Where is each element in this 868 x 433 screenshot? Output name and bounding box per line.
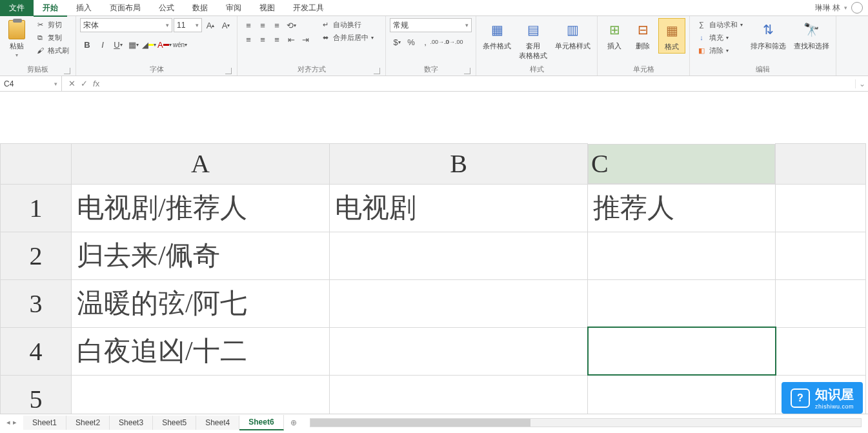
- cell-a3[interactable]: 温暖的弦/阿七: [72, 279, 330, 327]
- align-right-button[interactable]: ≡: [270, 32, 284, 46]
- cell-b4[interactable]: [330, 327, 588, 375]
- italic-button[interactable]: I: [96, 37, 110, 52]
- decrease-decimal-button[interactable]: .0→.00: [447, 35, 461, 49]
- cell-a4[interactable]: 白夜追凶/十二: [72, 327, 330, 375]
- horizontal-scrollbar[interactable]: [310, 418, 862, 427]
- cell-a5[interactable]: [72, 375, 330, 414]
- format-as-table-button[interactable]: ▤套用 表格格式: [516, 18, 550, 62]
- expand-formula-bar[interactable]: ⌄: [855, 79, 868, 88]
- col-header-d[interactable]: [776, 144, 866, 185]
- row-header-3[interactable]: 3: [1, 279, 72, 327]
- align-launcher[interactable]: [374, 68, 380, 74]
- sheet-tab-sheet4[interactable]: Sheet4: [196, 416, 239, 430]
- wrap-text-button[interactable]: ↵自动换行: [318, 18, 376, 31]
- font-name-select[interactable]: 宋体▾: [80, 18, 172, 32]
- align-bottom-button[interactable]: ≡: [270, 18, 284, 32]
- clipboard-launcher[interactable]: [64, 68, 70, 74]
- sheet-tab-sheet3[interactable]: Sheet3: [110, 416, 153, 430]
- insert-cells-button[interactable]: ⊞插入: [601, 18, 627, 52]
- sheet-tab-sheet1[interactable]: Sheet1: [23, 416, 66, 430]
- font-color-button[interactable]: A▾: [157, 37, 172, 52]
- cell-c4[interactable]: [588, 327, 776, 375]
- fill-button[interactable]: ↓填充▾: [694, 31, 745, 44]
- find-select-button[interactable]: 🔭查找和选择: [791, 18, 832, 52]
- select-all-corner[interactable]: [1, 144, 72, 185]
- cancel-formula-button[interactable]: ✕: [68, 79, 76, 88]
- cell-a1[interactable]: 电视剧/推荐人: [72, 184, 330, 232]
- tab-file[interactable]: 文件: [0, 0, 34, 16]
- sheet-tab-sheet5[interactable]: Sheet5: [153, 416, 196, 430]
- name-box[interactable]: C4▾: [0, 76, 62, 91]
- cell-c5[interactable]: [588, 375, 776, 414]
- cell-a2[interactable]: 归去来/佩奇: [72, 232, 330, 279]
- cut-button[interactable]: ✂剪切: [32, 18, 72, 31]
- cell-d1[interactable]: [776, 184, 866, 232]
- tab-data[interactable]: 数据: [183, 0, 217, 16]
- row-header-5[interactable]: 5: [1, 375, 72, 414]
- add-sheet-button[interactable]: ⊕: [284, 418, 303, 427]
- cell-d2[interactable]: [776, 232, 866, 279]
- user-menu[interactable]: 琳琳 林 ▾: [810, 2, 868, 14]
- copy-button[interactable]: ⧉复制: [32, 31, 72, 44]
- cell-b1[interactable]: 电视剧: [330, 184, 588, 232]
- col-header-b[interactable]: B: [330, 144, 588, 185]
- cell-d4[interactable]: [776, 327, 866, 375]
- row-header-4[interactable]: 4: [1, 327, 72, 375]
- delete-cells-button[interactable]: ⊟删除: [630, 18, 656, 52]
- font-launcher[interactable]: [225, 68, 232, 74]
- cell-b3[interactable]: [330, 279, 588, 327]
- tab-insert[interactable]: 插入: [67, 0, 101, 16]
- font-size-select[interactable]: 11▾: [174, 18, 202, 32]
- cell-b2[interactable]: [330, 232, 588, 279]
- insert-function-button[interactable]: fx: [93, 79, 99, 88]
- indent-increase-button[interactable]: ⇥: [298, 32, 312, 46]
- tab-home[interactable]: 开始: [34, 0, 67, 16]
- conditional-format-button[interactable]: ▦条件格式: [480, 18, 514, 52]
- cell-c3[interactable]: [588, 279, 776, 327]
- col-header-c[interactable]: C: [588, 144, 775, 184]
- orientation-button[interactable]: ⟲▾: [284, 18, 298, 32]
- border-button[interactable]: ▦▾: [126, 37, 141, 52]
- cell-d3[interactable]: [776, 279, 866, 327]
- align-top-button[interactable]: ≡: [241, 18, 256, 32]
- increase-font-button[interactable]: A▴: [203, 18, 217, 32]
- paste-button[interactable]: 粘贴 ▾: [4, 18, 30, 59]
- format-cells-button[interactable]: ▦格式: [658, 18, 685, 54]
- number-launcher[interactable]: [464, 68, 470, 74]
- sheet-nav-last[interactable]: ▸: [13, 418, 17, 427]
- col-header-a[interactable]: A: [72, 144, 330, 185]
- format-painter-button[interactable]: 🖌格式刷: [32, 44, 72, 57]
- tab-developer[interactable]: 开发工具: [284, 0, 333, 16]
- fill-color-button[interactable]: ◢▾: [142, 37, 156, 52]
- autosum-button[interactable]: ∑自动求和▾: [694, 18, 745, 31]
- row-header-1[interactable]: 1: [1, 184, 72, 232]
- clear-button[interactable]: ◧清除▾: [694, 44, 745, 57]
- enter-formula-button[interactable]: ✓: [81, 79, 88, 88]
- align-left-button[interactable]: ≡: [241, 32, 256, 46]
- align-center-button[interactable]: ≡: [256, 32, 270, 46]
- sort-filter-button[interactable]: ⇅排序和筛选: [748, 18, 789, 52]
- tab-formulas[interactable]: 公式: [150, 0, 183, 16]
- cell-c1[interactable]: 推荐人: [588, 184, 776, 232]
- cell-b5[interactable]: [330, 375, 588, 414]
- sheet-tab-sheet2[interactable]: Sheet2: [66, 416, 110, 430]
- currency-button[interactable]: $▾: [390, 35, 404, 49]
- align-middle-button[interactable]: ≡: [256, 18, 270, 32]
- decrease-font-button[interactable]: A▾: [219, 18, 233, 32]
- row-header-2[interactable]: 2: [1, 232, 72, 279]
- cell-styles-button[interactable]: ▥单元格样式: [552, 18, 593, 52]
- cell-c2[interactable]: [588, 232, 776, 279]
- tab-view[interactable]: 视图: [250, 0, 284, 16]
- phonetic-button[interactable]: wén▾: [173, 37, 187, 52]
- percent-button[interactable]: %: [404, 35, 418, 49]
- underline-button[interactable]: U▾: [111, 37, 125, 52]
- number-format-select[interactable]: 常规▾: [390, 18, 472, 32]
- sheet-tab-sheet6[interactable]: Sheet6: [239, 415, 283, 430]
- tab-page-layout[interactable]: 页面布局: [101, 0, 150, 16]
- indent-decrease-button[interactable]: ⇤: [284, 32, 298, 46]
- bold-button[interactable]: B: [80, 37, 94, 52]
- tab-review[interactable]: 审阅: [217, 0, 250, 16]
- spreadsheet-grid[interactable]: A B C 1 电视剧/推荐人 电视剧 推荐人 2 归去来/佩奇 3 温暖的弦/…: [0, 143, 868, 414]
- merge-center-button[interactable]: ⬌合并后居中▾: [318, 31, 376, 44]
- sheet-nav-first[interactable]: ◂: [6, 418, 10, 427]
